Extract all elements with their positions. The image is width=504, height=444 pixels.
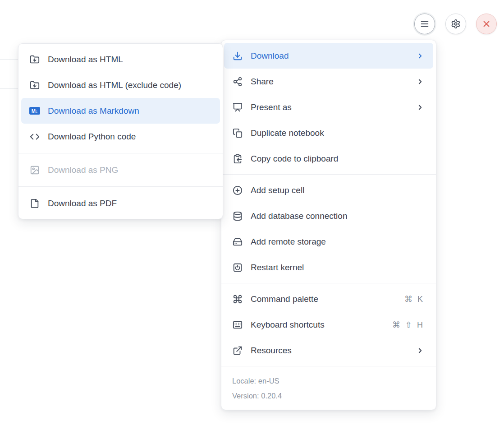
menu-item-download-as-html[interactable]: Download as HTML [21,46,220,72]
menu-item-label: Command palette [251,294,397,304]
menu-item-label: Download as HTML [48,55,211,65]
command-icon [232,294,243,305]
menu-divider [221,366,436,366]
menu-item-label: Share [251,77,408,87]
markdown-icon: M↓ [29,106,40,116]
menu-item-download-python-code[interactable]: Download Python code [21,124,220,149]
file-icon [29,198,40,209]
folder-down-icon [29,54,40,65]
shortcut-hint: ⌘ ⇧ H [392,320,424,330]
menu-item-label: Add database connection [251,211,424,221]
hamburger-icon [419,18,430,29]
menu-item-label: Keyboard shortcuts [251,320,385,330]
menu-item-download-as-markdown[interactable]: M↓ Download as Markdown [21,98,220,124]
share-icon [232,76,243,87]
plus-circle-icon [232,185,243,196]
menu-item-share[interactable]: Share [224,69,433,94]
notebook-actions-menu: Download Share Present as Duplicate note… [221,40,436,410]
menu-item-download-as-pdf[interactable]: Download as PDF [21,190,220,216]
shortcut-hint: ⌘ K [404,294,424,304]
code-icon [29,131,40,142]
gear-icon [450,18,461,29]
menu-item-command-palette[interactable]: Command palette ⌘ K [224,286,433,312]
keyboard-icon [232,319,243,330]
menu-item-add-remote-storage[interactable]: Add remote storage [224,229,433,254]
menu-item-label: Duplicate notebook [251,128,424,138]
menu-item-label: Present as [251,102,408,112]
image-icon [29,165,40,176]
menu-item-present-as[interactable]: Present as [224,94,433,120]
menu-item-label: Download [251,51,408,61]
menu-item-download-as-html-exclude-code[interactable]: Download as HTML (exclude code) [21,72,220,98]
menu-item-label: Download Python code [48,132,211,142]
menu-item-label: Add setup cell [251,185,424,195]
menu-item-label: Download as PDF [48,199,211,208]
menu-item-keyboard-shortcuts[interactable]: Keyboard shortcuts ⌘ ⇧ H [224,312,433,338]
presentation-icon [232,102,243,113]
menu-item-label: Download as Markdown [48,106,211,116]
menu-item-download-as-png[interactable]: Download as PNG [21,157,220,183]
menu-divider [18,186,223,187]
clipboard-copy-icon [232,153,243,164]
menu-divider [221,283,436,283]
version-text: Version: 0.20.4 [232,388,425,403]
chevron-right-icon [416,78,424,86]
page-artifact-line [0,88,18,89]
chevron-right-icon [416,52,424,60]
chevron-right-icon [416,103,424,111]
power-icon [232,262,243,273]
menu-footer: Locale: en-US Version: 0.20.4 [224,369,433,407]
menu-item-label: Download as HTML (exclude code) [48,80,211,90]
external-link-icon [232,345,243,356]
menu-item-label: Copy code to clipboard [251,154,424,164]
menu-item-resources[interactable]: Resources [224,338,433,363]
menu-item-label: Resources [251,346,408,356]
download-icon [232,51,243,61]
menu-item-duplicate-notebook[interactable]: Duplicate notebook [224,120,433,146]
close-button[interactable] [476,14,497,34]
duplicate-icon [232,128,243,139]
locale-text: Locale: en-US [232,374,425,388]
settings-button[interactable] [445,14,466,34]
menu-item-copy-code[interactable]: Copy code to clipboard [224,146,433,171]
menu-divider [221,174,436,175]
menu-item-download[interactable]: Download [224,43,433,69]
notebook-menu-button[interactable] [414,14,435,34]
close-icon [481,18,492,29]
database-icon [232,211,243,222]
page-artifact-line [0,59,18,60]
folder-down-icon [29,80,40,91]
hard-drive-icon [232,236,243,247]
menu-item-add-database-connection[interactable]: Add database connection [224,203,433,229]
menu-item-restart-kernel[interactable]: Restart kernel [224,254,433,280]
menu-item-add-setup-cell[interactable]: Add setup cell [224,177,433,203]
download-submenu: Download as HTML Download as HTML (exclu… [18,43,223,219]
menu-item-label: Restart kernel [251,263,424,273]
menu-divider [18,153,223,153]
chevron-right-icon [416,347,424,355]
menu-item-label: Download as PNG [48,165,211,175]
menu-item-label: Add remote storage [251,237,424,247]
